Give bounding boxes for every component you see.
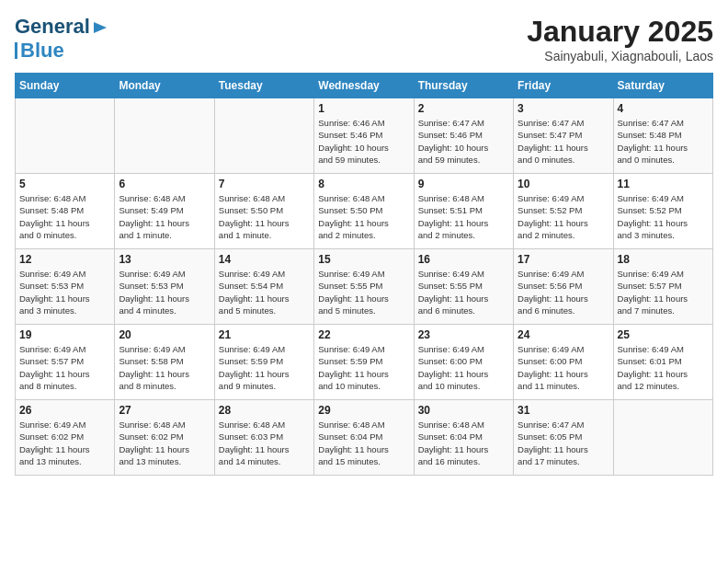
calendar-cell bbox=[115, 98, 214, 174]
day-info: Sunrise: 6:49 AM Sunset: 5:52 PM Dayligh… bbox=[518, 192, 609, 241]
calendar-body: 1Sunrise: 6:46 AM Sunset: 5:46 PM Daylig… bbox=[16, 98, 713, 476]
calendar-week-row: 12Sunrise: 6:49 AM Sunset: 5:53 PM Dayli… bbox=[16, 249, 713, 325]
calendar-header-cell: Friday bbox=[514, 74, 613, 98]
day-info: Sunrise: 6:46 AM Sunset: 5:46 PM Dayligh… bbox=[318, 117, 409, 166]
day-number: 8 bbox=[318, 178, 409, 190]
calendar-cell: 15Sunrise: 6:49 AM Sunset: 5:55 PM Dayli… bbox=[314, 249, 414, 325]
calendar-cell: 26Sunrise: 6:49 AM Sunset: 6:02 PM Dayli… bbox=[16, 400, 115, 476]
day-number: 14 bbox=[219, 253, 310, 266]
calendar-cell: 17Sunrise: 6:49 AM Sunset: 5:56 PM Dayli… bbox=[514, 249, 613, 325]
calendar-cell: 6Sunrise: 6:48 AM Sunset: 5:49 PM Daylig… bbox=[115, 174, 214, 249]
page-header: General Blue January 2025 Sainyabuli, Xi… bbox=[15, 15, 713, 63]
day-number: 26 bbox=[19, 404, 110, 417]
calendar-cell: 27Sunrise: 6:48 AM Sunset: 6:02 PM Dayli… bbox=[115, 400, 214, 476]
calendar-cell: 2Sunrise: 6:47 AM Sunset: 5:46 PM Daylig… bbox=[414, 98, 513, 174]
day-number: 10 bbox=[518, 178, 609, 190]
page-title: January 2025 bbox=[527, 15, 713, 49]
day-info: Sunrise: 6:48 AM Sunset: 6:04 PM Dayligh… bbox=[318, 419, 409, 467]
day-info: Sunrise: 6:47 AM Sunset: 5:48 PM Dayligh… bbox=[618, 117, 709, 166]
day-number: 9 bbox=[418, 178, 509, 190]
day-info: Sunrise: 6:49 AM Sunset: 5:55 PM Dayligh… bbox=[418, 268, 509, 316]
calendar-week-row: 5Sunrise: 6:48 AM Sunset: 5:48 PM Daylig… bbox=[16, 174, 713, 249]
calendar-header-cell: Thursday bbox=[414, 74, 513, 98]
day-number: 30 bbox=[418, 404, 509, 417]
calendar-cell bbox=[214, 98, 313, 174]
day-number: 28 bbox=[219, 404, 310, 417]
day-number: 22 bbox=[318, 328, 409, 341]
calendar-header-cell: Wednesday bbox=[314, 74, 414, 98]
calendar-cell: 23Sunrise: 6:49 AM Sunset: 6:00 PM Dayli… bbox=[414, 325, 513, 400]
day-info: Sunrise: 6:49 AM Sunset: 6:00 PM Dayligh… bbox=[518, 343, 609, 392]
day-number: 24 bbox=[518, 328, 609, 341]
calendar-cell: 13Sunrise: 6:49 AM Sunset: 5:53 PM Dayli… bbox=[115, 249, 214, 325]
calendar-week-row: 19Sunrise: 6:49 AM Sunset: 5:57 PM Dayli… bbox=[16, 325, 713, 400]
day-info: Sunrise: 6:48 AM Sunset: 5:51 PM Dayligh… bbox=[418, 192, 509, 241]
day-info: Sunrise: 6:47 AM Sunset: 5:47 PM Dayligh… bbox=[518, 117, 609, 166]
calendar-table: SundayMondayTuesdayWednesdayThursdayFrid… bbox=[15, 73, 713, 476]
calendar-cell: 30Sunrise: 6:48 AM Sunset: 6:04 PM Dayli… bbox=[414, 400, 513, 476]
calendar-cell: 5Sunrise: 6:48 AM Sunset: 5:48 PM Daylig… bbox=[16, 174, 115, 249]
day-info: Sunrise: 6:49 AM Sunset: 5:52 PM Dayligh… bbox=[618, 192, 709, 241]
calendar-cell: 19Sunrise: 6:49 AM Sunset: 5:57 PM Dayli… bbox=[16, 325, 115, 400]
calendar-week-row: 1Sunrise: 6:46 AM Sunset: 5:46 PM Daylig… bbox=[16, 98, 713, 174]
day-number: 27 bbox=[119, 404, 210, 417]
svg-marker-0 bbox=[94, 22, 107, 33]
logo-arrow-icon bbox=[92, 19, 108, 36]
day-number: 5 bbox=[19, 178, 110, 190]
day-number: 16 bbox=[418, 253, 509, 266]
day-number: 31 bbox=[518, 404, 609, 417]
day-info: Sunrise: 6:49 AM Sunset: 5:55 PM Dayligh… bbox=[318, 268, 409, 316]
calendar-header-cell: Saturday bbox=[613, 74, 712, 98]
day-info: Sunrise: 6:48 AM Sunset: 5:50 PM Dayligh… bbox=[318, 192, 409, 241]
day-number: 17 bbox=[518, 253, 609, 266]
day-info: Sunrise: 6:49 AM Sunset: 5:56 PM Dayligh… bbox=[518, 268, 609, 316]
day-info: Sunrise: 6:48 AM Sunset: 5:49 PM Dayligh… bbox=[119, 192, 210, 241]
calendar-cell: 9Sunrise: 6:48 AM Sunset: 5:51 PM Daylig… bbox=[414, 174, 513, 249]
day-info: Sunrise: 6:49 AM Sunset: 6:01 PM Dayligh… bbox=[618, 343, 709, 392]
calendar-cell bbox=[613, 400, 712, 476]
calendar-cell: 29Sunrise: 6:48 AM Sunset: 6:04 PM Dayli… bbox=[314, 400, 414, 476]
day-number: 13 bbox=[119, 253, 210, 266]
title-block: January 2025 Sainyabuli, Xiagnabouli, La… bbox=[527, 15, 713, 63]
day-number: 2 bbox=[418, 102, 509, 115]
calendar-cell: 7Sunrise: 6:48 AM Sunset: 5:50 PM Daylig… bbox=[214, 174, 313, 249]
day-info: Sunrise: 6:49 AM Sunset: 6:00 PM Dayligh… bbox=[418, 343, 509, 392]
page-subtitle: Sainyabuli, Xiagnabouli, Laos bbox=[527, 49, 713, 63]
calendar-cell: 1Sunrise: 6:46 AM Sunset: 5:46 PM Daylig… bbox=[314, 98, 414, 174]
logo-bar bbox=[15, 42, 17, 59]
day-number: 7 bbox=[219, 178, 310, 190]
calendar-cell: 3Sunrise: 6:47 AM Sunset: 5:47 PM Daylig… bbox=[514, 98, 613, 174]
day-info: Sunrise: 6:49 AM Sunset: 5:57 PM Dayligh… bbox=[19, 343, 110, 392]
calendar-cell: 28Sunrise: 6:48 AM Sunset: 6:03 PM Dayli… bbox=[214, 400, 313, 476]
calendar-week-row: 26Sunrise: 6:49 AM Sunset: 6:02 PM Dayli… bbox=[16, 400, 713, 476]
day-info: Sunrise: 6:49 AM Sunset: 5:57 PM Dayligh… bbox=[618, 268, 709, 316]
day-info: Sunrise: 6:48 AM Sunset: 5:48 PM Dayligh… bbox=[19, 192, 110, 241]
calendar-cell: 20Sunrise: 6:49 AM Sunset: 5:58 PM Dayli… bbox=[115, 325, 214, 400]
calendar-cell: 14Sunrise: 6:49 AM Sunset: 5:54 PM Dayli… bbox=[214, 249, 313, 325]
day-number: 21 bbox=[219, 328, 310, 341]
day-number: 23 bbox=[418, 328, 509, 341]
day-number: 19 bbox=[19, 328, 110, 341]
day-number: 18 bbox=[618, 253, 709, 266]
day-number: 25 bbox=[618, 328, 709, 341]
calendar-cell: 24Sunrise: 6:49 AM Sunset: 6:00 PM Dayli… bbox=[514, 325, 613, 400]
calendar-cell: 31Sunrise: 6:47 AM Sunset: 6:05 PM Dayli… bbox=[514, 400, 613, 476]
day-info: Sunrise: 6:49 AM Sunset: 5:59 PM Dayligh… bbox=[318, 343, 409, 392]
calendar-cell: 4Sunrise: 6:47 AM Sunset: 5:48 PM Daylig… bbox=[613, 98, 712, 174]
day-info: Sunrise: 6:49 AM Sunset: 5:59 PM Dayligh… bbox=[219, 343, 310, 392]
calendar-cell: 8Sunrise: 6:48 AM Sunset: 5:50 PM Daylig… bbox=[314, 174, 414, 249]
logo-blue: Blue bbox=[20, 39, 64, 63]
calendar-header-row: SundayMondayTuesdayWednesdayThursdayFrid… bbox=[16, 74, 713, 98]
calendar-cell: 10Sunrise: 6:49 AM Sunset: 5:52 PM Dayli… bbox=[514, 174, 613, 249]
day-info: Sunrise: 6:49 AM Sunset: 6:02 PM Dayligh… bbox=[19, 419, 110, 467]
day-info: Sunrise: 6:48 AM Sunset: 6:04 PM Dayligh… bbox=[418, 419, 509, 467]
day-info: Sunrise: 6:48 AM Sunset: 6:03 PM Dayligh… bbox=[219, 419, 310, 467]
day-number: 6 bbox=[119, 178, 210, 190]
calendar-header-cell: Monday bbox=[115, 74, 214, 98]
day-info: Sunrise: 6:49 AM Sunset: 5:53 PM Dayligh… bbox=[19, 268, 110, 316]
calendar-cell: 11Sunrise: 6:49 AM Sunset: 5:52 PM Dayli… bbox=[613, 174, 712, 249]
day-number: 3 bbox=[518, 102, 609, 115]
day-info: Sunrise: 6:49 AM Sunset: 5:54 PM Dayligh… bbox=[219, 268, 310, 316]
calendar-cell: 16Sunrise: 6:49 AM Sunset: 5:55 PM Dayli… bbox=[414, 249, 513, 325]
day-info: Sunrise: 6:49 AM Sunset: 5:53 PM Dayligh… bbox=[119, 268, 210, 316]
